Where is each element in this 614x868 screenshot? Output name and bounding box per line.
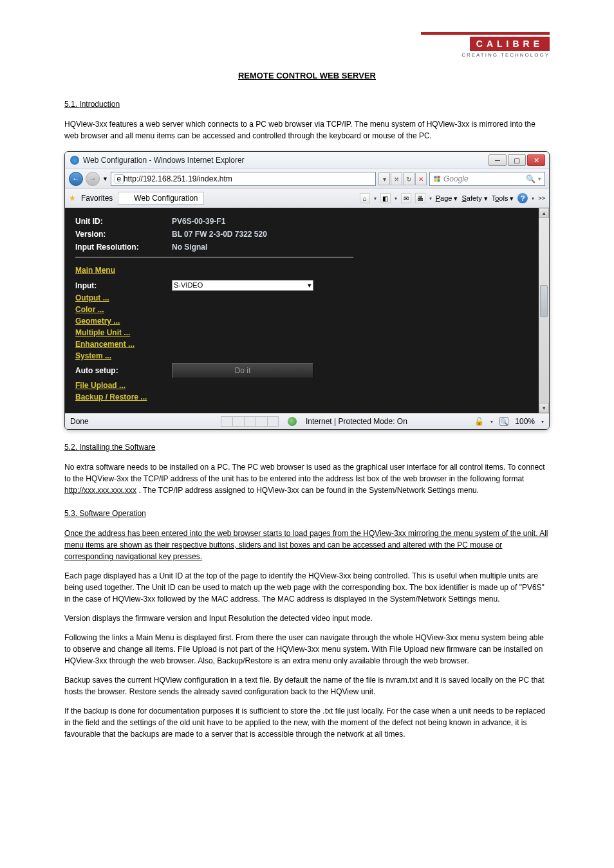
- unit-id-label: Unit ID:: [75, 217, 172, 226]
- scroll-down-icon[interactable]: ▾: [539, 403, 549, 413]
- progress-bar: [221, 416, 279, 427]
- nav-toolbar: ← → ▼ e ▾ ⤧ ↻ ✕ Google 🔍 ▾: [65, 169, 549, 189]
- tools-menu[interactable]: Tools ▾: [492, 194, 514, 203]
- ie-icon: [70, 156, 79, 165]
- stop-icon[interactable]: ✕: [415, 172, 427, 185]
- page-icon: e: [115, 174, 124, 183]
- back-button[interactable]: ←: [69, 172, 83, 186]
- status-done: Done: [70, 417, 212, 426]
- tab-ie-icon: [124, 194, 131, 202]
- svg-rect-1: [438, 176, 440, 179]
- browser-window: Web Configuration - Windows Internet Exp…: [64, 151, 550, 430]
- safety-menu[interactable]: Safety ▾: [461, 194, 487, 203]
- minimize-button[interactable]: ─: [488, 154, 507, 166]
- url-input[interactable]: [124, 174, 372, 183]
- install-text-pre: No extra software needs to be installed …: [64, 463, 545, 483]
- input-res-value: No Signal: [172, 243, 207, 252]
- operation-version-para: Version displays the firmware version an…: [64, 613, 550, 624]
- input-label: Input:: [75, 281, 172, 290]
- input-res-label: Input Resolution:: [75, 243, 172, 252]
- search-dropdown-icon[interactable]: ▾: [538, 176, 541, 182]
- install-paragraph: No extra software needs to be installed …: [64, 461, 550, 496]
- link-system[interactable]: System ...: [75, 351, 539, 360]
- help-icon[interactable]: ?: [517, 193, 528, 203]
- example-url-link[interactable]: http://xxx.xxx.xxx.xxx: [64, 486, 136, 495]
- zoom-dd[interactable]: ▾: [541, 419, 544, 425]
- scroll-thumb[interactable]: [540, 285, 548, 317]
- intro-paragraph: HQView-3xx features a web server which c…: [64, 118, 550, 142]
- search-go-icon[interactable]: 🔍: [526, 174, 535, 183]
- link-file-upload[interactable]: File Upload ...: [75, 381, 539, 390]
- section-intro-title: Introduction: [79, 100, 120, 109]
- tab-title: Web Configuration: [134, 194, 198, 203]
- auto-setup-label: Auto setup:: [75, 366, 172, 375]
- browser-tab[interactable]: Web Configuration: [118, 192, 203, 205]
- titlebar: Web Configuration - Windows Internet Exp…: [65, 152, 549, 169]
- zoom-value: 100%: [515, 417, 535, 426]
- favorites-bar: ★ Favorites Web Configuration ⌂▾ ◧▾ ✉ 🖶▾…: [65, 189, 549, 208]
- section-install-number: 5.2.: [64, 443, 77, 452]
- section-operation-number: 5.3.: [64, 509, 77, 518]
- nav-history-dropdown-icon[interactable]: ▼: [102, 176, 108, 182]
- version-value: BL 07 FW 2-3-0D 7322 520: [172, 230, 267, 239]
- operation-backup-para-2: If the backup is done for documentation …: [64, 705, 550, 740]
- status-zone: Internet | Protected Mode: On: [306, 417, 407, 426]
- forward-button[interactable]: →: [86, 172, 100, 186]
- home-dd[interactable]: ▾: [374, 196, 377, 201]
- operation-unit-id-para: Each page displayed has a Unit ID at the…: [64, 570, 550, 605]
- print-icon[interactable]: 🖶: [415, 193, 425, 203]
- operation-fileupload-para: Following the links a Main Menu is displ…: [64, 632, 550, 667]
- protected-mode-icon[interactable]: 🔓: [474, 417, 484, 426]
- favorites-label[interactable]: Favorites: [81, 194, 113, 203]
- auto-setup-button[interactable]: Do it: [172, 363, 313, 378]
- chevron-down-icon: ▾: [308, 281, 312, 290]
- compat-view-icon[interactable]: ⤧: [391, 172, 402, 185]
- unit-id-value: PV6S-00-39-F1: [172, 217, 225, 226]
- divider-line: [75, 257, 353, 258]
- brand-bar: [421, 32, 550, 35]
- print-dd[interactable]: ▾: [429, 196, 432, 201]
- section-intro-number: 5.1.: [64, 100, 77, 109]
- feeds-icon[interactable]: ◧: [380, 193, 391, 203]
- brand-logo: CALIBRE: [470, 37, 550, 51]
- web-page-content: ▴ ▾ Unit ID: PV6S-00-39-F1 Version: BL 0…: [65, 208, 549, 413]
- home-icon[interactable]: ⌂: [360, 193, 370, 203]
- window-title: Web Configuration - Windows Internet Exp…: [83, 156, 488, 165]
- close-button[interactable]: ✕: [527, 154, 545, 166]
- svg-rect-0: [434, 176, 437, 179]
- svg-rect-2: [434, 180, 437, 182]
- zone-icon: [288, 417, 297, 426]
- scroll-up-icon[interactable]: ▴: [539, 208, 549, 218]
- section-operation-heading: 5.3. Software Operation: [64, 509, 550, 518]
- favorites-star-icon[interactable]: ★: [69, 194, 76, 203]
- feeds-dd[interactable]: ▾: [395, 196, 397, 201]
- link-backup-restore[interactable]: Backup / Restore ...: [75, 392, 539, 402]
- search-box[interactable]: Google 🔍 ▾: [429, 172, 545, 186]
- refresh-icon[interactable]: ↻: [403, 172, 414, 185]
- zoom-icon[interactable]: 🔍: [499, 417, 508, 426]
- install-text-post: . The TCP/IP address assigned to HQView-…: [138, 486, 479, 495]
- address-bar[interactable]: e: [111, 172, 376, 186]
- maximize-button[interactable]: ▢: [508, 154, 526, 166]
- link-geometry[interactable]: Geometry ...: [75, 317, 539, 326]
- link-multiple-unit[interactable]: Multiple Unit ...: [75, 328, 539, 337]
- page-menu[interactable]: PPageage ▾: [436, 194, 458, 203]
- link-enhancement[interactable]: Enhancement ...: [75, 340, 539, 349]
- hyperlink-software-operation[interactable]: Once the address has been entered into t…: [64, 529, 548, 561]
- search-placeholder: Google: [443, 174, 469, 183]
- version-label: Version:: [75, 230, 172, 239]
- chapter-title: REMOTE CONTROL WEB SERVER: [64, 71, 550, 80]
- more-chevrons[interactable]: >>: [538, 195, 545, 201]
- section-intro-heading: 5.1. Introduction: [64, 100, 550, 109]
- link-output[interactable]: Output ...: [75, 293, 539, 302]
- google-icon: [433, 175, 441, 183]
- link-color[interactable]: Color ...: [75, 305, 539, 314]
- help-dd[interactable]: ▾: [532, 196, 534, 201]
- section-install-title: Installing the Software: [79, 443, 155, 452]
- input-select[interactable]: S-VIDEO ▾: [172, 280, 313, 291]
- address-dropdown-icon[interactable]: ▾: [378, 172, 390, 185]
- protected-dd[interactable]: ▾: [490, 419, 493, 425]
- mail-icon[interactable]: ✉: [401, 193, 411, 203]
- brand-tagline: CREATING TECHNOLOGY: [64, 52, 550, 58]
- section-operation-title: Software Operation: [79, 509, 145, 518]
